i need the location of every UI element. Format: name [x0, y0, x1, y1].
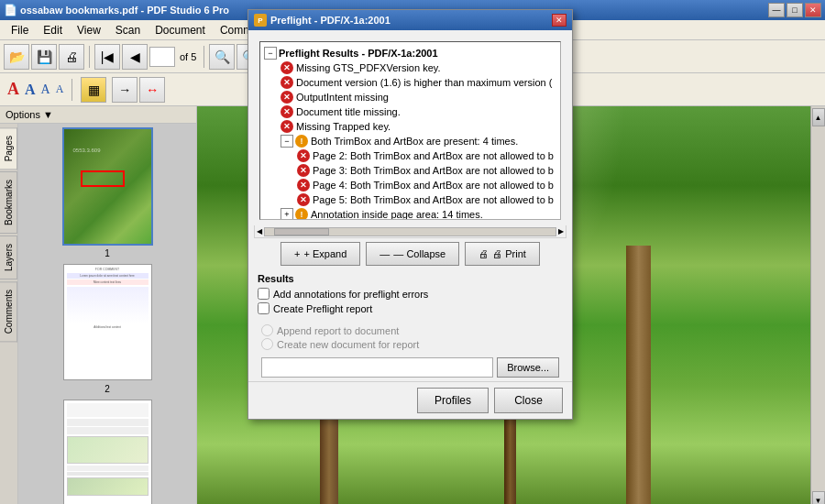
thumb-label-1: 1 — [22, 248, 192, 258]
tree-hscroll[interactable]: ◀ ▶ — [254, 225, 566, 238]
error-icon-8: ✕ — [297, 179, 310, 192]
tree-item-9[interactable]: ✕ Page 5: Both TrimBox and ArtBox are no… — [264, 192, 556, 207]
dialog-title: Preflight - PDF/X-1a:2001 — [270, 15, 552, 26]
save-button[interactable]: 💾 — [31, 44, 57, 70]
file-path-input[interactable] — [261, 357, 493, 378]
dialog-icon: P — [254, 14, 267, 27]
tree-item-0[interactable]: ✕ Missing GTS_PDFXVersion key. — [264, 60, 556, 75]
first-page-button[interactable]: |◀ — [94, 44, 120, 70]
sidebar-tab-pages[interactable]: Pages — [0, 127, 17, 170]
annotations-checkbox[interactable] — [258, 288, 270, 300]
font-style-A2[interactable]: A — [25, 82, 36, 98]
sidebar-tab-bookmarks[interactable]: Bookmarks — [0, 171, 17, 234]
options-header[interactable]: Options ▼ — [6, 109, 53, 120]
prev-page-button[interactable]: ◀ — [122, 44, 148, 70]
browse-button[interactable]: Browse... — [497, 357, 559, 378]
radio-row-append: Append report to document — [261, 324, 559, 336]
menu-document[interactable]: Document — [148, 22, 213, 38]
tree-expand-root[interactable]: − — [264, 47, 277, 60]
expand-icon: + — [294, 248, 300, 259]
results-section: Results Add annotations for preflight er… — [248, 269, 572, 321]
append-label: Append report to document — [277, 325, 399, 336]
print-icon: 🖨 — [478, 248, 489, 259]
print-button[interactable]: 🖨 🖨 Print — [465, 242, 540, 266]
arrow-tool-2[interactable]: ↔ — [139, 77, 165, 103]
right-scrollbar[interactable]: ▲ ▼ — [810, 106, 825, 504]
new-doc-label: Create new document for report — [277, 339, 419, 350]
preflight-tree: − Preflight Results - PDF/X-1a:2001 ✕ Mi… — [259, 41, 561, 220]
error-icon-1: ✕ — [280, 76, 293, 89]
sidebar: Options ▼ Pages Bookmarks Layers Comment… — [0, 106, 197, 504]
maximize-button[interactable]: □ — [786, 3, 803, 17]
dialog-close-button-2[interactable]: Close — [494, 388, 563, 413]
error-icon-7: ✕ — [297, 164, 310, 177]
tree-root-item[interactable]: − Preflight Results - PDF/X-1a:2001 — [264, 46, 556, 60]
thumbnail-frame-3 — [63, 400, 152, 504]
tree-item-6[interactable]: ✕ Page 2: Both TrimBox and ArtBox are no… — [264, 148, 556, 163]
menu-scan[interactable]: Scan — [108, 22, 148, 38]
tree-item-4[interactable]: ✕ Missing Trapped key. — [264, 119, 556, 134]
minimize-button[interactable]: — — [768, 3, 785, 17]
tree-item-7[interactable]: ✕ Page 3: Both TrimBox and ArtBox are no… — [264, 163, 556, 178]
menu-view[interactable]: View — [70, 22, 108, 38]
tree-expand-5[interactable]: − — [280, 135, 293, 148]
font-style-A1[interactable]: A — [7, 80, 19, 99]
error-icon-2: ✕ — [280, 91, 293, 104]
tree-label-2: OutputIntent missing — [296, 92, 389, 103]
highlight-button[interactable]: ▦ — [81, 77, 106, 103]
append-radio[interactable] — [261, 324, 273, 336]
thumbnail-3[interactable]: 3 — [22, 400, 192, 504]
thumbnail-2[interactable]: FOR COMMENT Lorem ipsum dolor sit amet t… — [22, 264, 192, 394]
sidebar-tab-comments[interactable]: Comments — [0, 281, 17, 342]
toolbar-separator-1 — [89, 46, 90, 68]
font-style-A3[interactable]: A — [41, 82, 50, 97]
title-buttons: — □ ✕ — [768, 3, 821, 17]
arrow-tool-1[interactable]: → — [112, 77, 138, 103]
tree-item-3[interactable]: ✕ Document title missing. — [264, 104, 556, 119]
error-icon-3: ✕ — [280, 105, 293, 118]
tree-label-0: Missing GTS_PDFXVersion key. — [296, 62, 441, 73]
arrow-tools: → ↔ — [112, 77, 165, 103]
tree-label-5: Both TrimBox and ArtBox are present: 4 t… — [311, 136, 518, 147]
collapse-button[interactable]: — — Collapse — [366, 242, 459, 266]
error-icon-4: ✕ — [280, 120, 293, 133]
expand-button[interactable]: + + Expand — [280, 242, 360, 266]
thumb-label-2: 2 — [22, 384, 192, 394]
close-button[interactable]: ✕ — [805, 3, 821, 17]
thumbnail-frame-1: 0553.3.609 — [62, 127, 153, 246]
toolbar-separator-2 — [204, 46, 204, 68]
thumbnail-1[interactable]: 0553.3.609 1 — [22, 127, 192, 258]
new-doc-radio[interactable] — [261, 338, 273, 350]
open-button[interactable]: 📂 — [4, 44, 29, 70]
font-style-A4[interactable]: A — [56, 82, 64, 96]
print-button[interactable]: 🖨 — [59, 44, 84, 70]
menu-edit[interactable]: Edit — [36, 22, 70, 38]
dialog-footer: Profiles Close — [248, 381, 572, 419]
app-icon: 📄 — [4, 4, 16, 16]
tree-expand-10[interactable]: + — [280, 208, 293, 220]
warn-icon-10: ! — [295, 208, 308, 220]
tree-item-1[interactable]: ✕ Document version (1.6) is higher than … — [264, 75, 556, 90]
thumbnail-frame-2: FOR COMMENT Lorem ipsum dolor sit amet t… — [63, 264, 152, 380]
action-buttons-row: + + Expand — — Collapse 🖨 🖨 Print — [248, 238, 572, 269]
sidebar-tab-layers[interactable]: Layers — [0, 236, 17, 279]
tree-item-5[interactable]: − ! Both TrimBox and ArtBox are present:… — [264, 134, 556, 148]
dialog-close-button[interactable]: ✕ — [552, 14, 566, 27]
tree-root-label: Preflight Results - PDF/X-1a:2001 — [279, 48, 438, 59]
dialog-title-bar: P Preflight - PDF/X-1a:2001 ✕ — [248, 10, 572, 30]
toolbar2-sep — [72, 79, 72, 101]
tree-item-2[interactable]: ✕ OutputIntent missing — [264, 90, 556, 104]
tree-label-1: Document version (1.6) is higher than ma… — [296, 77, 552, 88]
tree-item-10[interactable]: + ! Annotation inside page area: 14 time… — [264, 207, 556, 220]
menu-file[interactable]: File — [4, 22, 36, 38]
expand-label: + Expand — [304, 248, 347, 259]
collapse-icon: — — [380, 248, 390, 259]
page-number-input[interactable]: 1 — [149, 47, 175, 67]
zoom-out-button[interactable]: 🔍 — [209, 44, 235, 70]
print-label: 🖨 Print — [492, 248, 526, 259]
profiles-button[interactable]: Profiles — [417, 388, 489, 413]
create-report-checkbox[interactable] — [258, 302, 270, 314]
error-icon-9: ✕ — [297, 193, 310, 206]
page-thumbnails-panel: 0553.3.609 1 FOR COMMENT Lorem ipsum dol… — [18, 124, 196, 504]
tree-item-8[interactable]: ✕ Page 4: Both TrimBox and ArtBox are no… — [264, 178, 556, 192]
